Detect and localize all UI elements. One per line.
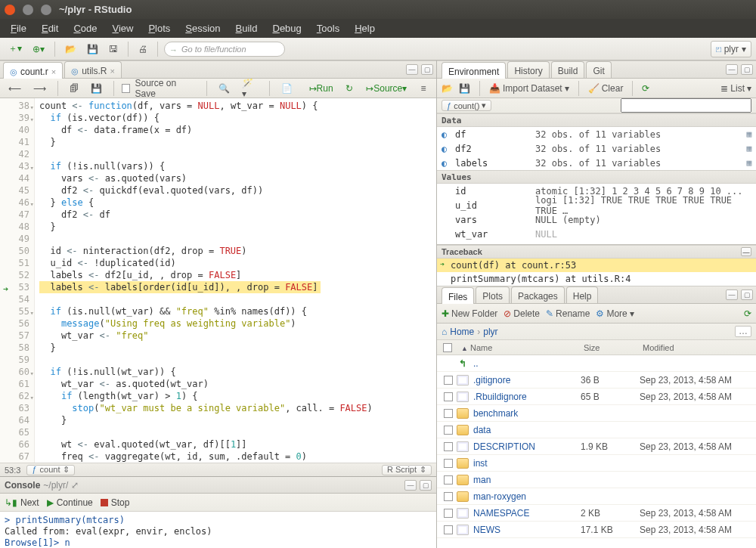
grid-icon[interactable]: ▦ xyxy=(746,158,751,168)
menu-tools[interactable]: Tools xyxy=(309,20,347,37)
menu-file[interactable]: File xyxy=(3,20,34,37)
file-checkbox[interactable] xyxy=(444,525,453,534)
file-name[interactable]: man-roxygen xyxy=(473,491,526,502)
file-checkbox[interactable] xyxy=(444,459,453,468)
file-type-menu[interactable]: R Script ⇕ xyxy=(382,465,432,475)
file-name[interactable]: .. xyxy=(473,358,479,369)
file-name[interactable]: benchmark xyxy=(473,408,518,419)
save-all-button[interactable]: 🖫 xyxy=(105,41,122,57)
refresh-files-button[interactable]: ⟳ xyxy=(744,308,751,319)
env-row[interactable]: u_idlogi [1:32] TRUE TRUE TRUE TRUE TRUE… xyxy=(437,198,756,212)
file-row[interactable]: benchmark xyxy=(437,405,756,422)
grid-icon[interactable]: ▦ xyxy=(746,144,751,153)
save-file-button[interactable]: 💾 xyxy=(87,80,106,97)
tab-plots[interactable]: Plots xyxy=(476,286,510,303)
pane-minimize-button[interactable]: — xyxy=(404,480,417,491)
env-row[interactable]: wt_varNULL xyxy=(437,227,756,241)
menu-plots[interactable]: Plots xyxy=(141,20,178,37)
new-file-button[interactable]: ＋▾ xyxy=(5,41,26,57)
file-row[interactable]: man xyxy=(437,472,756,488)
view-mode-button[interactable]: ≣ List▾ xyxy=(720,83,751,94)
file-checkbox[interactable] xyxy=(444,475,453,485)
project-menu[interactable]: ⏍ plyr ▾ xyxy=(711,41,751,57)
file-row[interactable]: man-roxygen xyxy=(437,488,756,505)
breadcrumb-home[interactable]: Home xyxy=(450,327,474,337)
source-button[interactable]: ↦ Source ▾ xyxy=(362,80,411,97)
file-row[interactable]: .Rbuildignore65 BSep 23, 2013, 4:58 AM xyxy=(437,389,756,405)
open-file-button[interactable]: 📂 xyxy=(61,41,80,57)
save-button[interactable]: 💾 xyxy=(83,41,102,57)
file-name[interactable]: .Rbuildignore xyxy=(473,392,527,402)
file-checkbox[interactable] xyxy=(444,509,453,518)
tab-utils-r[interactable]: ◎ utils.R × xyxy=(64,61,122,78)
wand-button[interactable]: 🪄▾ xyxy=(238,80,262,97)
file-row[interactable]: DESCRIPTION1.9 KBSep 23, 2013, 4:58 AM xyxy=(437,438,756,455)
pane-minimize-button[interactable]: — xyxy=(406,64,418,75)
file-checkbox[interactable] xyxy=(444,392,453,401)
file-checkbox[interactable] xyxy=(444,376,453,385)
close-icon[interactable]: × xyxy=(51,67,56,76)
tab-environment[interactable]: Environment xyxy=(442,62,506,79)
menu-debug[interactable]: Debug xyxy=(265,20,309,37)
tab-history[interactable]: History xyxy=(507,61,549,78)
delete-button[interactable]: ⊘ Delete xyxy=(503,308,540,319)
go-to-file-input[interactable]: Go to file/function xyxy=(164,42,285,57)
rerun-button[interactable]: ↻ xyxy=(341,80,358,97)
menu-session[interactable]: Session xyxy=(178,20,228,37)
file-name[interactable]: man xyxy=(473,475,491,485)
tab-files[interactable]: Files xyxy=(442,287,474,304)
file-checkbox[interactable] xyxy=(444,426,453,435)
rename-button[interactable]: ✎ Rename xyxy=(546,308,590,319)
menu-view[interactable]: View xyxy=(104,20,141,37)
grid-icon[interactable]: ▦ xyxy=(746,129,751,139)
menu-edit[interactable]: Edit xyxy=(34,20,66,37)
file-row[interactable]: data xyxy=(437,422,756,438)
col-name[interactable]: ▲ Name xyxy=(457,343,584,352)
tab-git[interactable]: Git xyxy=(586,61,611,78)
pane-maximize-button[interactable]: ▢ xyxy=(741,64,753,75)
window-minimize-button[interactable] xyxy=(23,5,33,15)
outline-button[interactable]: ≡ xyxy=(415,80,432,97)
file-row[interactable]: inst xyxy=(437,455,756,472)
env-row[interactable]: ◐df232 obs. of 11 variables▦ xyxy=(437,141,756,156)
print-button[interactable]: 🖨 xyxy=(135,41,151,57)
file-name[interactable]: inst xyxy=(473,458,488,469)
menu-help[interactable]: Help xyxy=(347,20,383,37)
back-button[interactable]: ⟵ xyxy=(5,80,25,97)
file-name[interactable]: DESCRIPTION xyxy=(473,441,535,452)
pane-maximize-button[interactable]: ▢ xyxy=(420,480,432,491)
file-row[interactable]: NAMESPACE2 KBSep 23, 2013, 4:58 AM xyxy=(437,505,756,522)
files-list[interactable]: ↰...gitignore36 BSep 23, 2013, 4:58 AM.R… xyxy=(437,355,756,538)
menu-code[interactable]: Code xyxy=(66,20,104,37)
pane-minimize-button[interactable]: — xyxy=(726,64,738,75)
env-search-input[interactable] xyxy=(621,98,751,113)
traceback-collapse-button[interactable]: — xyxy=(741,247,751,256)
col-size[interactable]: Size xyxy=(584,343,643,352)
select-all-checkbox[interactable] xyxy=(443,343,452,352)
code-editor[interactable]: 38▾39▾40414243▾444546▾47484950515253➔545… xyxy=(0,98,436,463)
tab-build[interactable]: Build xyxy=(551,61,585,78)
clear-button[interactable]: 🧹 Clear xyxy=(588,83,624,94)
import-dataset-button[interactable]: 📥 Import Dataset▾ xyxy=(489,83,569,94)
refresh-button[interactable]: ⟳ xyxy=(642,83,649,94)
compile-report-button[interactable]: 📄 xyxy=(277,80,296,97)
new-folder-button[interactable]: ✚ New Folder xyxy=(442,308,497,319)
pane-maximize-button[interactable]: ▢ xyxy=(741,289,753,300)
save-workspace-button[interactable]: 💾 xyxy=(459,83,470,94)
console-output[interactable]: > printSummary(mtcars)Called from: eval(… xyxy=(0,512,436,548)
close-icon[interactable]: × xyxy=(110,67,114,76)
new-project-button[interactable]: ⊕▾ xyxy=(29,41,48,57)
file-checkbox[interactable] xyxy=(444,409,453,418)
tab-help[interactable]: Help xyxy=(566,286,599,303)
run-button[interactable]: ↦ Run xyxy=(305,80,337,97)
menu-build[interactable]: Build xyxy=(228,20,265,37)
file-name[interactable]: .gitignore xyxy=(473,375,510,385)
debug-next-button[interactable]: ↳▮Next xyxy=(5,497,39,508)
path-more-button[interactable]: … xyxy=(735,326,751,337)
file-checkbox[interactable] xyxy=(444,492,453,501)
file-name[interactable]: NEWS xyxy=(473,525,500,535)
forward-button[interactable]: ⟶ xyxy=(29,80,50,97)
file-name[interactable]: data xyxy=(473,425,491,435)
col-modified[interactable]: Modified xyxy=(643,343,756,352)
file-name[interactable]: NAMESPACE xyxy=(473,508,529,519)
